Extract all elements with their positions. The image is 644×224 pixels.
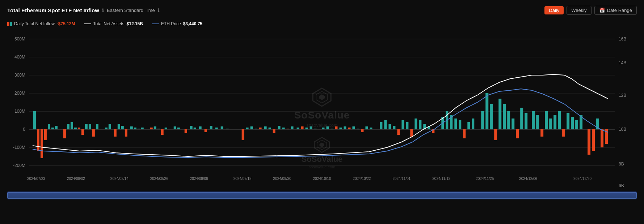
legend-blue-line bbox=[152, 23, 159, 24]
svg-rect-80 bbox=[199, 126, 202, 129]
controls-row: Daily Weekly 📅 Date Range bbox=[544, 6, 637, 15]
svg-text:200M: 200M bbox=[14, 91, 25, 96]
svg-rect-115 bbox=[380, 122, 382, 129]
svg-rect-157 bbox=[575, 120, 578, 129]
date-range-button[interactable]: 📅 Date Range bbox=[594, 6, 637, 15]
svg-rect-101 bbox=[310, 126, 312, 129]
svg-text:400M: 400M bbox=[14, 55, 25, 60]
svg-rect-153 bbox=[558, 111, 561, 129]
svg-text:0: 0 bbox=[23, 127, 25, 132]
svg-rect-78 bbox=[190, 126, 193, 129]
svg-text:2024/11/01: 2024/11/01 bbox=[392, 177, 411, 181]
svg-rect-98 bbox=[297, 128, 299, 129]
svg-rect-110 bbox=[352, 126, 355, 129]
weekly-button[interactable]: Weekly bbox=[567, 6, 591, 15]
svg-rect-57 bbox=[89, 124, 91, 129]
svg-rect-94 bbox=[278, 126, 281, 129]
svg-rect-138 bbox=[490, 104, 493, 129]
svg-rect-59 bbox=[96, 124, 98, 129]
scrollbar-container[interactable] bbox=[7, 191, 637, 199]
svg-rect-47 bbox=[48, 124, 50, 129]
legend-white-line bbox=[84, 23, 91, 24]
svg-rect-113 bbox=[365, 126, 368, 129]
svg-rect-69 bbox=[141, 128, 144, 129]
svg-rect-155 bbox=[567, 113, 569, 129]
svg-rect-144 bbox=[516, 129, 519, 138]
svg-rect-56 bbox=[85, 124, 88, 129]
svg-rect-91 bbox=[264, 126, 267, 129]
svg-text:16B: 16B bbox=[619, 36, 626, 42]
date-range-label: Date Range bbox=[607, 8, 632, 13]
total-assets-label: Total Net Assets bbox=[93, 21, 125, 26]
svg-text:-200M: -200M bbox=[13, 163, 25, 168]
svg-text:2024/10/10: 2024/10/10 bbox=[313, 177, 331, 181]
svg-rect-89 bbox=[255, 129, 257, 129]
svg-rect-71 bbox=[154, 126, 156, 129]
svg-text:8B: 8B bbox=[619, 161, 624, 167]
svg-rect-72 bbox=[157, 129, 160, 129]
scrollbar-track bbox=[7, 191, 637, 199]
svg-rect-88 bbox=[251, 126, 253, 129]
svg-text:2024/08/14: 2024/08/14 bbox=[110, 177, 129, 181]
svg-rect-60 bbox=[105, 128, 108, 129]
svg-rect-62 bbox=[114, 129, 117, 137]
svg-rect-142 bbox=[507, 111, 510, 129]
svg-rect-104 bbox=[326, 126, 329, 129]
svg-rect-76 bbox=[177, 128, 180, 129]
svg-rect-93 bbox=[273, 129, 275, 133]
svg-rect-51 bbox=[67, 124, 70, 129]
svg-text:100M: 100M bbox=[14, 109, 25, 114]
svg-rect-145 bbox=[520, 108, 523, 129]
svg-text:2024/11/13: 2024/11/13 bbox=[432, 177, 450, 181]
svg-text:2024/12/06: 2024/12/06 bbox=[519, 177, 537, 181]
svg-rect-61 bbox=[109, 124, 111, 129]
svg-rect-122 bbox=[410, 129, 413, 137]
svg-rect-86 bbox=[242, 129, 244, 140]
svg-rect-83 bbox=[215, 128, 218, 129]
svg-rect-49 bbox=[55, 126, 58, 129]
total-assets-value: $12.15B bbox=[127, 21, 143, 26]
svg-text:2024/09/18: 2024/09/18 bbox=[233, 177, 252, 181]
svg-rect-152 bbox=[553, 115, 556, 129]
net-inflow-value: -$75.12M bbox=[57, 21, 75, 26]
svg-rect-119 bbox=[397, 129, 400, 135]
svg-rect-92 bbox=[269, 128, 271, 129]
svg-rect-99 bbox=[301, 126, 304, 129]
legend-row: Daily Total Net Inflow -$75.12M Total Ne… bbox=[7, 18, 637, 30]
svg-rect-133 bbox=[463, 129, 466, 138]
svg-rect-143 bbox=[512, 119, 514, 129]
svg-rect-160 bbox=[592, 129, 595, 151]
scrollbar-thumb[interactable] bbox=[7, 192, 637, 199]
svg-rect-70 bbox=[150, 128, 153, 129]
svg-rect-134 bbox=[467, 122, 470, 129]
legend-eth-price: ETH Price $3,440.75 bbox=[152, 21, 202, 26]
svg-text:2024/08/26: 2024/08/26 bbox=[150, 177, 168, 181]
svg-rect-154 bbox=[562, 129, 565, 137]
daily-button[interactable]: Daily bbox=[544, 6, 564, 14]
svg-rect-148 bbox=[536, 115, 539, 129]
svg-rect-45 bbox=[41, 129, 43, 158]
legend-total-assets: Total Net Assets $12.15B bbox=[84, 21, 143, 26]
svg-rect-156 bbox=[571, 117, 574, 129]
info-icon-1[interactable]: ℹ bbox=[102, 8, 104, 13]
calendar-icon: 📅 bbox=[599, 8, 605, 13]
svg-rect-64 bbox=[121, 126, 124, 129]
svg-rect-151 bbox=[549, 119, 552, 129]
svg-rect-120 bbox=[401, 120, 404, 129]
svg-rect-118 bbox=[393, 126, 395, 129]
header-row: Total Ethereum Spot ETF Net Inflow ℹ Eas… bbox=[7, 4, 637, 17]
svg-rect-63 bbox=[118, 124, 120, 129]
legend-red-box bbox=[7, 22, 9, 26]
info-icon-2[interactable]: ℹ bbox=[158, 8, 160, 13]
svg-text:2024/09/06: 2024/09/06 bbox=[190, 177, 208, 181]
svg-text:300M: 300M bbox=[14, 73, 25, 78]
timezone-label: Eastern Standard Time bbox=[107, 8, 155, 13]
svg-rect-106 bbox=[335, 126, 337, 129]
svg-rect-44 bbox=[37, 129, 39, 151]
svg-rect-66 bbox=[130, 126, 133, 129]
svg-rect-68 bbox=[138, 129, 140, 129]
svg-rect-100 bbox=[306, 128, 308, 129]
eth-price-value: $3,440.75 bbox=[183, 21, 202, 26]
svg-text:2024/10/22: 2024/10/22 bbox=[353, 177, 371, 181]
svg-rect-82 bbox=[210, 126, 212, 129]
